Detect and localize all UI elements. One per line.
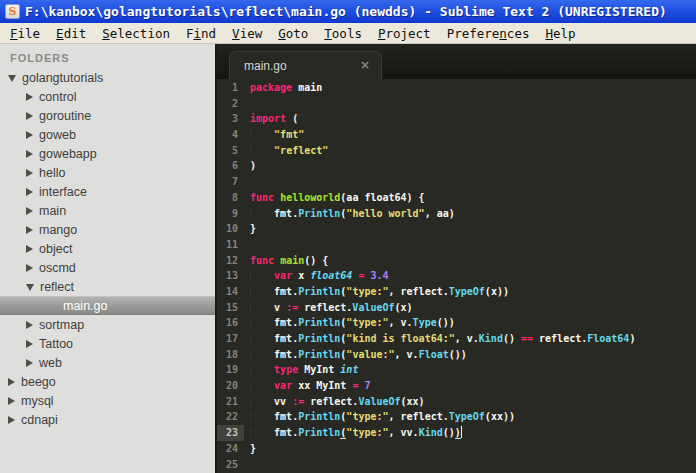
code-line-20[interactable]: 20 var xx MyInt = 7 (217, 378, 696, 394)
line-number: 2 (217, 96, 244, 112)
close-tab-icon[interactable]: × (360, 58, 370, 72)
disclosure-collapsed-icon[interactable] (26, 93, 33, 101)
tab-bar: main.go × (217, 44, 696, 79)
tree-item-label: main.go (63, 299, 107, 313)
folder-tattoo[interactable]: Tattoo (0, 334, 215, 353)
code-line-6[interactable]: 6) (217, 158, 696, 174)
folder-main[interactable]: main (0, 201, 215, 220)
code-line-12[interactable]: 12func main() { (217, 253, 696, 269)
code-line-5[interactable]: 5 "reflect" (217, 143, 696, 159)
code-text: vv := reflect.ValueOf(xx) (250, 396, 425, 407)
indent-guide (250, 210, 251, 217)
menu-find[interactable]: Find (178, 25, 224, 42)
code-line-13[interactable]: 13 var x float64 = 3.4 (217, 268, 696, 284)
tree-item-label: mango (39, 223, 77, 237)
disclosure-collapsed-icon[interactable] (26, 226, 33, 234)
folder-reflect[interactable]: reflect (0, 277, 215, 296)
sublime-window-icon: S (5, 4, 20, 19)
code-line-3[interactable]: 3import ( (217, 111, 696, 127)
editor-pane: main.go × 1package main23import (4 "fmt"… (215, 44, 696, 473)
folder-mango[interactable]: mango (0, 220, 215, 239)
disclosure-collapsed-icon[interactable] (26, 340, 33, 348)
code-line-9[interactable]: 9 fmt.Println("hello world", aa) (217, 206, 696, 222)
file-main.go[interactable]: main.go (0, 296, 215, 315)
disclosure-collapsed-icon[interactable] (8, 378, 15, 386)
folder-object[interactable]: object (0, 239, 215, 258)
code-line-22[interactable]: 22 fmt.Println("type:", reflect.TypeOf(x… (217, 409, 696, 425)
folder-cdnapi[interactable]: cdnapi (0, 410, 215, 429)
code-line-4[interactable]: 4 "fmt" (217, 127, 696, 143)
code-line-1[interactable]: 1package main (217, 80, 696, 96)
disclosure-collapsed-icon[interactable] (26, 264, 33, 272)
disclosure-collapsed-icon[interactable] (26, 245, 33, 253)
disclosure-collapsed-icon[interactable] (26, 150, 33, 158)
folder-gowebapp[interactable]: gowebapp (0, 144, 215, 163)
tab-label: main.go (244, 59, 287, 73)
code-line-25[interactable]: 25 (217, 457, 696, 473)
code-text: "reflect" (250, 145, 328, 156)
menu-project[interactable]: Project (370, 25, 439, 42)
menu-help[interactable]: Help (537, 25, 583, 42)
tab-main-go[interactable]: main.go × (229, 51, 382, 79)
tree-item-label: control (39, 90, 77, 104)
disclosure-collapsed-icon[interactable] (8, 397, 15, 405)
text-caret (461, 426, 462, 438)
line-number: 7 (217, 174, 244, 190)
folder-sortmap[interactable]: sortmap (0, 315, 215, 334)
menu-preferences[interactable]: Preferences (439, 25, 538, 42)
folder-control[interactable]: control (0, 87, 215, 106)
folder-interface[interactable]: interface (0, 182, 215, 201)
code-line-17[interactable]: 17 fmt.Println("kind is float64:", v.Kin… (217, 331, 696, 347)
folder-hello[interactable]: hello (0, 163, 215, 182)
menu-edit[interactable]: Edit (48, 25, 94, 42)
folder-golangtutorials[interactable]: golangtutorials (0, 68, 215, 87)
indent-guide (250, 351, 251, 358)
folder-oscmd[interactable]: oscmd (0, 258, 215, 277)
line-number: 13 (217, 268, 244, 284)
menu-selection[interactable]: Selection (94, 25, 178, 42)
menu-view[interactable]: View (224, 25, 270, 42)
disclosure-collapsed-icon[interactable] (26, 169, 33, 177)
code-line-23[interactable]: 23 fmt.Println("type:", vv.Kind()) (217, 425, 696, 441)
code-line-11[interactable]: 11 (217, 237, 696, 253)
code-line-18[interactable]: 18 fmt.Println("value:", v.Float()) (217, 347, 696, 363)
folder-beego[interactable]: beego (0, 372, 215, 391)
code-line-15[interactable]: 15 v := reflect.ValueOf(x) (217, 300, 696, 316)
code-line-8[interactable]: 8func helloworld(aa float64) { (217, 190, 696, 206)
folder-goweb[interactable]: goweb (0, 125, 215, 144)
disclosure-expanded-icon[interactable] (8, 75, 16, 82)
disclosure-collapsed-icon[interactable] (26, 321, 33, 329)
line-number: 11 (217, 237, 244, 253)
disclosure-collapsed-icon[interactable] (26, 359, 33, 367)
line-number: 9 (217, 206, 244, 222)
disclosure-collapsed-icon[interactable] (26, 112, 33, 120)
code-line-24[interactable]: 24} (217, 441, 696, 457)
indent-guide (250, 131, 251, 138)
code-line-7[interactable]: 7 (217, 174, 696, 190)
disclosure-collapsed-icon[interactable] (8, 416, 15, 424)
disclosure-expanded-icon[interactable] (26, 284, 34, 291)
folder-web[interactable]: web (0, 353, 215, 372)
code-text: import ( (250, 113, 298, 124)
folder-goroutine[interactable]: goroutine (0, 106, 215, 125)
code-line-19[interactable]: 19 type MyInt int (217, 362, 696, 378)
folder-mysql[interactable]: mysql (0, 391, 215, 410)
disclosure-collapsed-icon[interactable] (26, 207, 33, 215)
code-line-14[interactable]: 14 fmt.Println("type:", reflect.TypeOf(x… (217, 284, 696, 300)
menu-goto[interactable]: Goto (270, 25, 316, 42)
tree-item-label: gowebapp (39, 147, 97, 161)
code-line-21[interactable]: 21 vv := reflect.ValueOf(xx) (217, 394, 696, 410)
tree-item-label: sortmap (39, 318, 84, 332)
tree-item-label: object (39, 242, 72, 256)
code-line-2[interactable]: 2 (217, 96, 696, 112)
line-number: 17 (217, 331, 244, 347)
code-line-16[interactable]: 16 fmt.Println("type:", v.Type()) (217, 315, 696, 331)
disclosure-collapsed-icon[interactable] (26, 188, 33, 196)
code-editor[interactable]: 1package main23import (4 "fmt"5 "reflect… (217, 79, 696, 473)
code-line-10[interactable]: 10} (217, 221, 696, 237)
menu-tools[interactable]: Tools (316, 25, 370, 42)
menu-file[interactable]: File (2, 25, 48, 42)
line-number: 14 (217, 284, 244, 300)
disclosure-collapsed-icon[interactable] (26, 131, 33, 139)
line-number: 12 (217, 253, 244, 269)
